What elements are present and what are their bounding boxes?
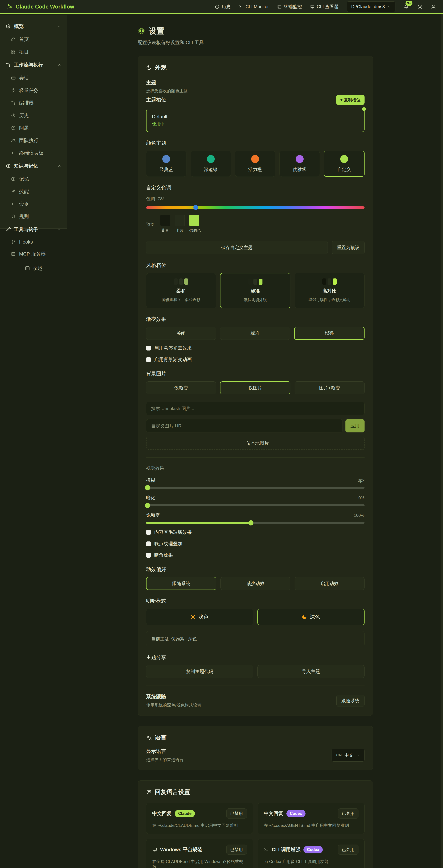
frosted-glass-checkbox[interactable]	[146, 530, 151, 535]
saturation-slider-thumb[interactable]	[248, 520, 253, 526]
sidebar-item-commands[interactable]: 命令	[0, 198, 67, 210]
sidebar-item-rules[interactable]: 规则	[0, 210, 67, 223]
sidebar-item-history[interactable]: 历史	[0, 109, 67, 122]
hue-slider[interactable]	[146, 207, 365, 209]
darken-slider[interactable]	[146, 504, 365, 506]
sidebar-item-sessions[interactable]: 会话	[0, 72, 67, 84]
nav-cli-viewer[interactable]: CLI 查看器	[310, 4, 339, 10]
bg-image-label: 背景图片	[146, 370, 365, 377]
preview-label: 预览:	[146, 222, 156, 227]
motion-follow-system-button[interactable]: 跟随系统	[146, 577, 217, 590]
hover-glow-label: 启用悬停光晕效果	[154, 345, 192, 351]
nav-cli-monitor[interactable]: CLI Monitor	[239, 4, 269, 9]
sidebar-item-light-tasks[interactable]: 轻量任务	[0, 84, 67, 97]
copy-slot-button[interactable]: + 复制槽位	[336, 95, 365, 105]
sidebar-group-overview[interactable]: 概览	[0, 20, 67, 33]
bg-animation-checkbox[interactable]	[146, 357, 151, 362]
hue-slider-thumb[interactable]	[193, 205, 198, 210]
language-select[interactable]: CN 中文	[331, 749, 365, 762]
sidebar-item-terminal-dashboard[interactable]: 终端仪表板	[0, 147, 67, 159]
sidebar-item-home[interactable]: 首页	[0, 33, 67, 45]
chevron-down-icon	[356, 753, 360, 757]
gradient-standard-button[interactable]: 标准	[220, 327, 290, 340]
sidebar-item-skills[interactable]: 技能	[0, 185, 67, 198]
darken-value: 0%	[358, 495, 365, 500]
dark-mode-button[interactable]: 深色	[257, 609, 365, 625]
sidebar-group-knowledge[interactable]: 知识与记忆	[0, 159, 67, 173]
motion-reduce-button[interactable]: 减少动效	[220, 577, 290, 590]
terminal-icon	[239, 4, 243, 9]
theme-toggle-button[interactable]	[417, 4, 422, 9]
theme-option-custom[interactable]: 自定义	[324, 151, 365, 177]
vignette-checkbox[interactable]	[146, 553, 151, 558]
theme-label: 主题	[146, 79, 365, 86]
theme-slot-default[interactable]: Default 使用中	[146, 109, 365, 132]
notification-count-badge: 9+	[406, 1, 412, 6]
unsplash-search-input[interactable]	[146, 402, 365, 415]
upload-local-image-button[interactable]: 上传本地图片	[146, 437, 365, 450]
toggle-disabled-button[interactable]: 已禁用	[338, 808, 358, 818]
memory-icon	[11, 177, 15, 181]
nav-history[interactable]: 历史	[215, 4, 230, 10]
frosted-glass-label: 内容区毛玻璃效果	[154, 529, 192, 535]
custom-image-url-input[interactable]	[146, 419, 343, 432]
follow-system-button[interactable]: 跟随系统	[337, 695, 365, 707]
toggle-disabled-button[interactable]: 已禁用	[338, 844, 358, 855]
sidebar-item-orchestrator[interactable]: 编排器	[0, 97, 67, 109]
gradient-label: 渐变效果	[146, 316, 365, 323]
scrollbar[interactable]	[441, 0, 443, 868]
sidebar-group-workflow[interactable]: 工作流与执行	[0, 58, 67, 72]
motion-enable-button[interactable]: 启用动效	[294, 577, 365, 590]
style-swatches	[248, 279, 262, 285]
sidebar-item-projects[interactable]: 项目	[0, 45, 67, 58]
sidebar-group-tools[interactable]: 工具与钩子	[0, 223, 67, 236]
apply-url-button[interactable]: 应用	[345, 419, 365, 432]
project-selector[interactable]: D:/Claude_dms3	[347, 1, 395, 12]
style-level-high-contrast[interactable]: 高对比 增强可读性，色彩更鲜明	[294, 273, 365, 308]
saturation-slider[interactable]	[146, 522, 365, 524]
sidebar-item-hooks[interactable]: Hooks	[0, 236, 67, 248]
sidebar-item-memory[interactable]: 记忆	[0, 173, 67, 185]
nav-terminal-monitor[interactable]: 终端监控	[277, 4, 302, 10]
reset-preset-button[interactable]: 重置为预设	[332, 241, 365, 254]
noise-texture-checkbox[interactable]	[146, 541, 151, 546]
darken-label: 暗化	[146, 495, 155, 501]
style-level-soft[interactable]: 柔和 降低饱和度，柔和色彩	[146, 273, 216, 308]
user-button[interactable]	[431, 4, 436, 9]
workflow-logo-icon	[7, 4, 13, 10]
theme-option-elegant-purple[interactable]: 优雅紫	[280, 151, 320, 177]
bg-image-gradient-button[interactable]: 图片+渐变	[294, 381, 365, 394]
sidebar-collapse-button[interactable]: 收起	[0, 260, 67, 276]
terminal-icon	[264, 847, 269, 852]
theme-option-deep-green[interactable]: 深邃绿	[191, 151, 231, 177]
grid-icon	[11, 50, 15, 54]
gradient-off-button[interactable]: 关闭	[146, 327, 216, 340]
terminal-icon	[11, 202, 15, 206]
sidebar-item-issues[interactable]: 问题	[0, 122, 67, 134]
style-level-standard[interactable]: 标准 默认均衡外观	[220, 273, 290, 308]
notifications-button[interactable]: 9+	[404, 4, 409, 9]
sidebar-item-mcp-servers[interactable]: MCP 服务器	[0, 248, 67, 260]
blur-slider[interactable]	[146, 487, 365, 489]
terminal-window-icon	[277, 4, 282, 9]
toggle-disabled-button[interactable]: 已禁用	[226, 844, 247, 855]
hue-value-label: 色调: 78°	[146, 196, 365, 202]
copy-theme-code-button[interactable]: 复制主题代码	[146, 665, 253, 678]
save-custom-theme-button[interactable]: 保存自定义主题	[146, 241, 328, 254]
appearance-title: 外观	[146, 64, 365, 71]
theme-option-vibrant-orange[interactable]: 活力橙	[235, 151, 275, 177]
theme-color-dot	[251, 155, 259, 163]
light-mode-button[interactable]: 浅色	[146, 609, 253, 625]
blur-slider-thumb[interactable]	[145, 485, 150, 490]
toggle-disabled-button[interactable]: 已禁用	[226, 808, 247, 818]
import-theme-button[interactable]: 导入主题	[257, 665, 365, 678]
cli-enhance-tile: CLI 调用增强 Codex 已禁用 为 Codex 启用多 CLI 工具调用功…	[258, 839, 365, 868]
bg-gradient-only-button[interactable]: 仅渐变	[146, 381, 216, 394]
darken-slider-thumb[interactable]	[145, 503, 150, 508]
sidebar-item-team-execution[interactable]: 团队执行	[0, 134, 67, 147]
gradient-enhanced-button[interactable]: 增强	[294, 327, 365, 340]
hover-glow-checkbox[interactable]	[146, 346, 151, 350]
bg-image-only-button[interactable]: 仅图片	[220, 381, 290, 394]
share-label: 主题分享	[146, 654, 365, 661]
theme-option-classic-blue[interactable]: 经典蓝	[146, 151, 186, 177]
